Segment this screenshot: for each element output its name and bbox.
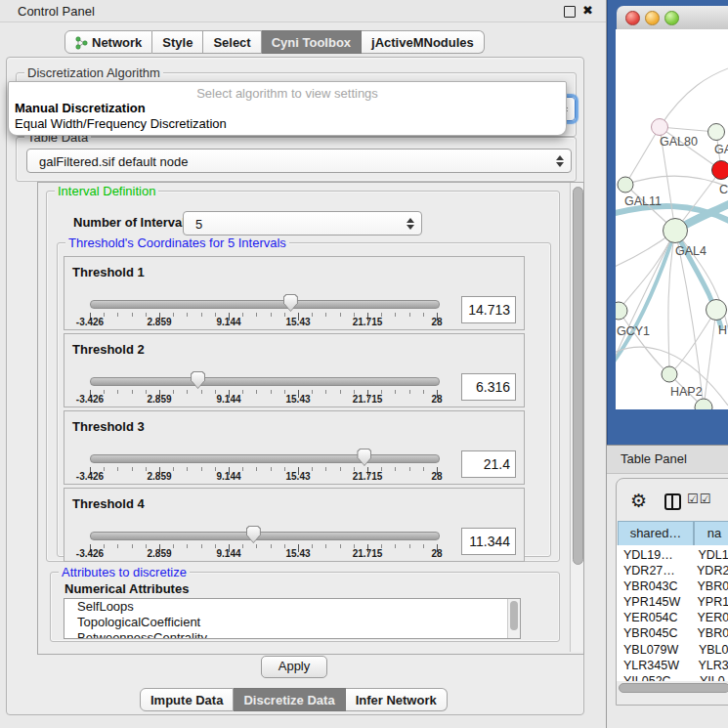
- list-scrollbar-thumb[interactable]: [510, 601, 518, 630]
- table-cell: YBR0: [692, 625, 728, 641]
- minimize-button-icon[interactable]: [645, 11, 660, 25]
- tab-label: Select: [213, 34, 250, 51]
- apply-button[interactable]: Apply: [261, 656, 327, 678]
- column-header-shared[interactable]: shared…: [618, 521, 694, 546]
- node-label-partial[interactable]: GA: [714, 143, 728, 156]
- table-panel-title: Table Panel: [621, 451, 687, 466]
- close-button-icon[interactable]: [625, 11, 640, 25]
- threshold-4-slider[interactable]: [90, 532, 440, 540]
- table-row[interactable]: YIL052CYIL0: [617, 673, 728, 681]
- table-row[interactable]: YDR27…YDR2: [617, 563, 728, 578]
- tick-label: 21.715: [353, 471, 383, 482]
- column-selector-icon[interactable]: [664, 493, 681, 510]
- table-cell: YIL052C: [617, 673, 695, 681]
- table-row[interactable]: YPR145WYPR1: [617, 594, 728, 610]
- attributes-list[interactable]: SelfLoopsTopologicalCoefficientBetweenne…: [64, 598, 521, 639]
- threshold-1-slider[interactable]: [90, 300, 440, 309]
- table-row[interactable]: YLR345WYLR3: [617, 658, 728, 673]
- threshold-label: Threshold 3: [72, 419, 145, 434]
- table-cell: YPR145W: [617, 594, 692, 610]
- float-window-icon[interactable]: [564, 6, 576, 18]
- network-window-titlebar[interactable]: [617, 6, 728, 30]
- tab-impute-data[interactable]: Impute Data: [140, 688, 234, 711]
- tick-label: -3.426: [76, 394, 104, 405]
- slider-handle[interactable]: [246, 526, 261, 543]
- threshold-4-value-field[interactable]: [461, 528, 516, 555]
- table-row[interactable]: YER054CYER0: [617, 610, 728, 625]
- tick-label: 2.859: [147, 471, 171, 482]
- tab-discretize-data[interactable]: Discretize Data: [234, 688, 345, 711]
- zoom-button-icon[interactable]: [664, 11, 679, 25]
- table-row[interactable]: YBR045CYBR0: [617, 625, 728, 641]
- tab-cyni-toolbox[interactable]: Cyni Toolbox: [262, 30, 362, 54]
- table-cell: YLR3: [693, 658, 728, 673]
- threshold-1-value-field[interactable]: [461, 296, 516, 323]
- table-row[interactable]: YBL079WYBL0: [617, 642, 728, 658]
- column-header-name[interactable]: na: [694, 521, 728, 546]
- table-data-value: galFiltered.sif default node: [39, 153, 188, 168]
- tab-select[interactable]: Select: [203, 30, 261, 54]
- table-row[interactable]: YDL19…YDL1: [617, 547, 728, 563]
- threshold-4-panel: Threshold 4 -3.4262.8599.14415.4321.7152…: [64, 488, 525, 562]
- attribute-list-item[interactable]: SelfLoops: [64, 599, 520, 615]
- tab-label: jActiveMNodules: [371, 34, 474, 51]
- threshold-3-value-field[interactable]: [461, 450, 516, 478]
- tick-label: 2.859: [147, 548, 171, 559]
- tick-label: 21.715: [353, 317, 383, 327]
- number-of-intervals-combo[interactable]: 5: [183, 211, 422, 236]
- dropdown-option-manual[interactable]: Manual Discretization: [15, 101, 146, 115]
- threshold-2-panel: Threshold 2 -3.4262.8599.14415.4321.7152…: [64, 333, 525, 407]
- tick-label: 9.144: [216, 394, 240, 405]
- node-label-partial[interactable]: H: [718, 323, 727, 337]
- settings-scrollbar-thumb[interactable]: [573, 187, 583, 565]
- tab-infer-network[interactable]: Infer Network: [346, 688, 448, 711]
- attribute-list-item[interactable]: TopologicalCoefficient: [64, 615, 520, 630]
- table-cell: YDR2: [692, 563, 728, 578]
- tick-label: 28: [431, 317, 442, 327]
- node-label-gal80[interactable]: GAL80: [660, 135, 698, 149]
- table-row[interactable]: YBR043CYBR0: [617, 578, 728, 594]
- slider-handle[interactable]: [191, 371, 205, 389]
- node-table[interactable]: YDL19…YDL1YDR27…YDR2YBR043CYBR0YPR145WYP…: [617, 545, 728, 681]
- tick-label: 28: [431, 548, 442, 559]
- slider-handle[interactable]: [357, 449, 371, 466]
- table-hscrollbar-thumb[interactable]: [619, 683, 728, 693]
- tab-network[interactable]: Network: [64, 30, 152, 54]
- table-data-combo[interactable]: galFiltered.sif default node: [26, 149, 572, 173]
- attribute-list-item[interactable]: BetweennessCentrality: [64, 630, 520, 639]
- node-label-hap2[interactable]: HAP2: [670, 385, 703, 399]
- node-label-partial[interactable]: C: [719, 183, 728, 196]
- settings-scrollbar[interactable]: [570, 183, 583, 652]
- interval-definition-group: Interval Definition Number of Intervals …: [46, 191, 560, 562]
- table-cell: YBR0: [692, 578, 728, 594]
- gear-icon[interactable]: ⚙: [630, 490, 647, 512]
- tab-jactivemnodules[interactable]: jActiveMNodules: [362, 30, 485, 54]
- tab-style[interactable]: Style: [152, 30, 203, 54]
- tab-label: Cyni Toolbox: [272, 34, 351, 51]
- tick-label: 21.715: [353, 394, 383, 405]
- list-scrollbar[interactable]: [507, 599, 520, 638]
- control-panel-titlebar[interactable]: Control Panel ✖: [0, 0, 606, 22]
- checkbox-icons[interactable]: ☑☑: [687, 492, 711, 506]
- dropdown-option-equal-width[interactable]: Equal Width/Frequency Discretization: [15, 116, 227, 131]
- node-label-gcy1[interactable]: GCY1: [617, 324, 650, 338]
- tab-label: Discretize Data: [243, 692, 334, 708]
- close-icon[interactable]: ✖: [582, 3, 593, 18]
- threshold-2-value-field[interactable]: [461, 373, 516, 401]
- combo-arrows-icon: [556, 155, 564, 167]
- node-label-gal11[interactable]: GAL11: [624, 194, 662, 208]
- window-title: Control Panel: [18, 4, 95, 19]
- threshold-3-slider[interactable]: [90, 454, 440, 463]
- node-label-gal4[interactable]: GAL4: [675, 244, 707, 258]
- threshold-2-slider[interactable]: [90, 377, 440, 386]
- tab-label: Infer Network: [356, 692, 437, 708]
- control-panel-window: Control Panel ✖ Network Style: [0, 0, 607, 728]
- threshold-label: Threshold 2: [72, 342, 145, 357]
- dropdown-hint[interactable]: Select algorithm to view settings: [9, 86, 566, 101]
- table-cell: YPR1: [692, 594, 728, 610]
- table-panel-titlebar[interactable]: Table Panel: [607, 445, 728, 474]
- network-canvas[interactable]: GAL80 GA C GAL11 GAL4 GCY1 H HAP2: [616, 29, 728, 409]
- slider-handle[interactable]: [283, 294, 298, 312]
- settings-scroll-area: Interval Definition Number of Intervals …: [37, 182, 584, 655]
- threshold-3-panel: Threshold 3 -3.4262.8599.14415.4321.7152…: [64, 410, 525, 485]
